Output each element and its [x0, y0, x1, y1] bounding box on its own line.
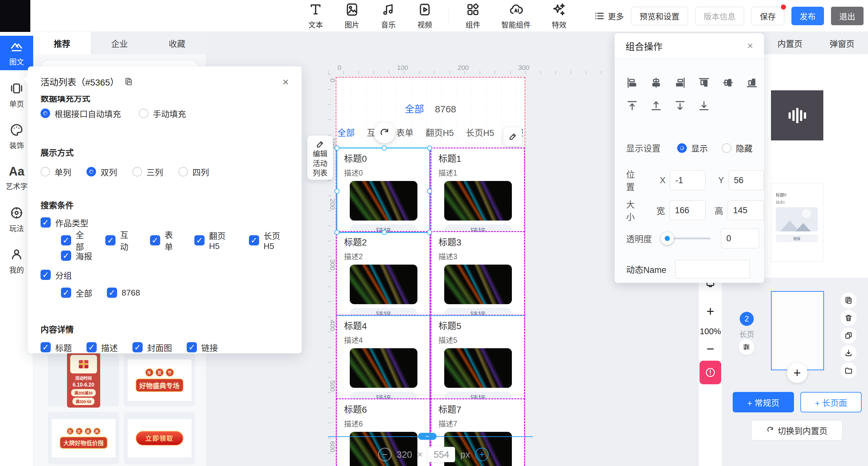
group-filter-all[interactable]: 全部 — [405, 104, 424, 114]
refresh-button[interactable] — [374, 122, 395, 143]
more-menu-button[interactable]: 更多 — [594, 10, 624, 22]
widget-tab-form[interactable]: 表单 — [396, 126, 413, 138]
close-icon[interactable]: × — [282, 76, 289, 87]
activity-card[interactable]: 标题0 描述0 链接 — [337, 148, 430, 231]
checkbox-desc[interactable]: ✓描述 — [87, 342, 118, 353]
radio-four-col[interactable]: 四列 — [178, 166, 209, 178]
decrease-height-button[interactable]: − — [378, 448, 392, 461]
align-center-horizontal-icon[interactable] — [650, 76, 662, 89]
page-height-input[interactable]: 554 — [428, 447, 455, 462]
widget-tab-flip-h5[interactable]: 翻页H5 — [425, 126, 454, 138]
height-input[interactable]: 145 — [727, 200, 764, 220]
sidebar-item-image-text[interactable]: 图文 — [0, 36, 33, 70]
add-long-page-button[interactable]: + 长页面 — [800, 392, 862, 412]
checkbox-work-type[interactable]: ✓作品类型 — [40, 217, 88, 228]
increase-height-button[interactable]: + — [475, 448, 489, 461]
material-thumbnail[interactable]: 立即领取 — [124, 412, 195, 464]
checkbox-title[interactable]: ✓标题 — [40, 342, 72, 353]
checkbox-type-form[interactable]: ✓表单 — [150, 228, 180, 252]
checkbox-type-all[interactable]: ✓全部 — [61, 228, 91, 252]
tab-recommend[interactable]: 推荐 — [33, 32, 91, 54]
close-icon[interactable]: × — [747, 40, 753, 52]
checkbox-group[interactable]: ✓分组 — [40, 269, 72, 281]
radio-auto-fill[interactable]: 根据接口自动填充 — [40, 107, 121, 119]
checkbox-type-interactive[interactable]: ✓互动 — [105, 228, 135, 252]
edit-activity-list-button[interactable]: 编辑 活动 列表 — [307, 136, 333, 180]
opacity-input[interactable]: 0 — [721, 228, 759, 248]
align-middle-vertical-icon[interactable] — [722, 76, 734, 89]
checkbox-type-long-h5[interactable]: ✓长页H5 — [249, 229, 289, 251]
add-page-button[interactable]: + — [787, 363, 807, 383]
copy-id-button[interactable] — [124, 77, 133, 86]
activity-card[interactable]: 标题3 描述3 链接 — [431, 232, 524, 315]
radio-show[interactable]: 显示 — [677, 142, 708, 154]
widget-tab-long-h5[interactable]: 长页H5 — [466, 126, 494, 138]
page-settings-button[interactable] — [738, 339, 754, 355]
preview-settings-button[interactable]: 预览和设置 — [631, 7, 688, 25]
tool-music[interactable]: 音乐 — [376, 2, 401, 30]
align-right-icon[interactable] — [674, 76, 686, 89]
tool-image[interactable]: 图片 — [340, 2, 365, 30]
download-page-button[interactable] — [841, 345, 857, 361]
copy-page-button[interactable] — [841, 292, 857, 308]
width-input[interactable]: 166 — [670, 200, 706, 220]
tool-components[interactable]: 组件 — [461, 2, 485, 30]
material-thumbnail[interactable]: 活动时间 6.10-6.20 满200减30 满300-50 — [48, 354, 119, 406]
align-top-icon[interactable] — [698, 76, 710, 89]
checkbox-group-all[interactable]: ✓全部 — [61, 287, 92, 299]
delete-page-button[interactable] — [841, 310, 857, 326]
page-artboard[interactable]: 全部 8768 全部 互动 表单 翻页H5 长页H5 海报 — [336, 77, 525, 466]
opacity-slider[interactable] — [661, 238, 711, 239]
app-logo[interactable] — [0, 0, 30, 32]
folder-button[interactable] — [841, 363, 857, 378]
tool-effects[interactable]: 特效 — [547, 2, 571, 30]
position-x-input[interactable]: -1 — [670, 170, 705, 190]
position-y-input[interactable]: 56 — [728, 170, 764, 190]
bring-to-front-icon[interactable] — [626, 100, 638, 112]
warning-button[interactable] — [700, 361, 721, 384]
activity-card[interactable]: 标题4 描述4 链接 — [337, 316, 430, 399]
checkbox-type-flip-h5[interactable]: ✓翻页H5 — [194, 229, 234, 251]
blue-guide-line[interactable]: − — [328, 436, 533, 437]
tab-builtin-pages[interactable]: 内置页 — [764, 32, 816, 54]
group-filter-value[interactable]: 8768 — [435, 104, 456, 114]
activity-card[interactable]: 标题5 描述5 链接 — [431, 316, 524, 399]
save-button[interactable]: 保存 — [751, 7, 784, 25]
current-page-thumbnail[interactable] — [771, 291, 824, 370]
guide-handle[interactable]: − — [418, 433, 437, 440]
publish-button[interactable]: 发布 — [792, 7, 824, 25]
tab-enterprise[interactable]: 企业 — [91, 32, 148, 54]
move-up-icon[interactable] — [650, 100, 662, 112]
tool-smart-components[interactable]: 智能组件 — [497, 2, 535, 30]
list-page-thumbnail[interactable]: 标题0 描述0 链接 — [771, 183, 823, 262]
radio-three-col[interactable]: 三列 — [132, 166, 163, 178]
activity-card[interactable]: 标题1 描述1 链接 — [431, 148, 524, 231]
checkbox-link[interactable]: ✓链接 — [187, 342, 218, 353]
send-to-back-icon[interactable] — [698, 100, 710, 112]
radio-hide[interactable]: 隐藏 — [722, 142, 752, 154]
tool-video[interactable]: 视频 — [412, 2, 437, 30]
radio-one-col[interactable]: 单列 — [40, 166, 71, 178]
add-normal-page-button[interactable]: + 常规页 — [733, 392, 794, 412]
widget-tab-all[interactable]: 全部 — [337, 126, 354, 138]
music-page-thumbnail[interactable] — [771, 90, 823, 141]
tab-favorites[interactable]: 收藏 — [148, 32, 206, 54]
material-thumbnail[interactable]: 年 货 节 好物盛典专场 — [124, 354, 195, 406]
exit-button[interactable]: 退出 — [831, 7, 864, 25]
tab-popup-pages[interactable]: 弹窗页 — [816, 32, 868, 54]
radio-manual-fill[interactable]: 手动填充 — [139, 107, 186, 119]
material-thumbnail[interactable]: 狂 欢 盛 典 大牌好物低价囤 — [48, 412, 119, 464]
radio-two-col[interactable]: 双列 — [87, 166, 117, 178]
align-bottom-icon[interactable] — [746, 76, 758, 89]
checkbox-type-poster[interactable]: ✓海报 — [61, 250, 92, 262]
activity-card[interactable]: 标题2 描述2 链接 — [337, 232, 430, 315]
cyan-guide-line[interactable] — [336, 315, 525, 316]
align-left-icon[interactable] — [626, 76, 638, 89]
edit-widget-button[interactable] — [503, 127, 522, 146]
switch-to-builtin-button[interactable]: 切换到内置页 — [751, 420, 842, 440]
move-down-icon[interactable] — [674, 100, 686, 112]
zoom-in-button[interactable]: + — [707, 305, 714, 318]
dynamic-name-input[interactable] — [675, 260, 750, 278]
tool-text[interactable]: 文本 — [303, 2, 328, 30]
slider-knob[interactable] — [661, 232, 674, 245]
